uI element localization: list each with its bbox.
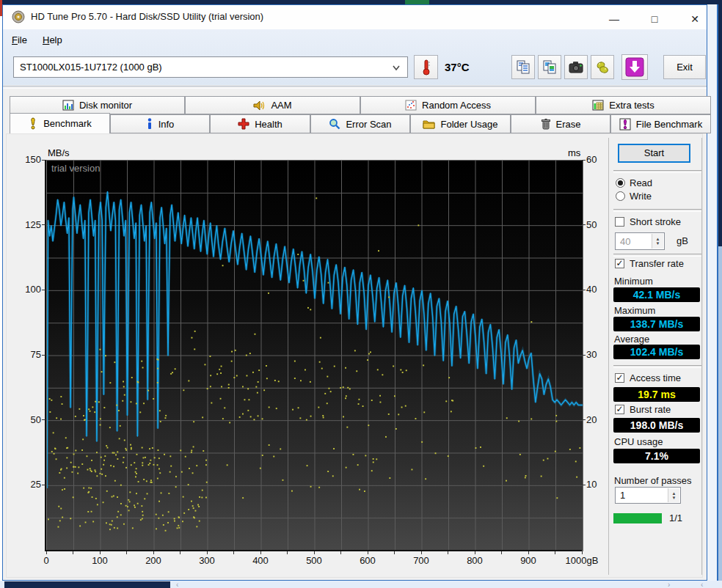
access-time-dot (343, 386, 344, 388)
tab-random-access[interactable]: Random Access (360, 96, 536, 114)
tab-folder-usage[interactable]: Folder Usage (410, 114, 511, 133)
access-time-dot (150, 460, 151, 461)
close-button[interactable]: ✕ (684, 11, 706, 27)
tab-extra-tests[interactable]: Extra tests (536, 96, 711, 114)
access-time-dot (181, 471, 183, 473)
copy-text-button[interactable] (511, 55, 535, 79)
short-stroke-spinner[interactable]: 40 ▲▼ (615, 232, 665, 250)
app-logo-icon (12, 10, 25, 26)
copy-image-button[interactable] (538, 55, 561, 79)
tab-aam[interactable]: AAM (185, 96, 360, 114)
access-time-dot (347, 387, 349, 389)
start-button[interactable]: Start (618, 144, 690, 163)
passes-spinner[interactable]: 1 ▲▼ (615, 487, 681, 504)
exit-label: Exit (677, 62, 693, 73)
download-arrow-icon (625, 57, 644, 77)
temperature-button[interactable] (414, 55, 438, 79)
access-time-dot (196, 526, 197, 527)
access-time-dot (359, 399, 360, 400)
x-tick (340, 551, 341, 554)
access-time-dot (318, 407, 319, 408)
tab-erase[interactable]: Erase (511, 114, 610, 133)
burst-rate-checkbox[interactable]: ✓ (615, 405, 624, 414)
short-stroke-checkbox[interactable] (615, 217, 624, 227)
spin-down-icon[interactable]: ▼ (672, 496, 677, 500)
access-time-dot (228, 384, 230, 386)
access-time-dot (306, 419, 307, 421)
access-time-dot (172, 372, 173, 373)
x-tick-label: 800 (454, 555, 495, 566)
tab-error-scan[interactable]: Error Scan (310, 114, 410, 133)
access-time-dot (109, 382, 111, 383)
tab-info[interactable]: Info (110, 114, 210, 133)
tab-health[interactable]: Health (210, 114, 310, 133)
y-left-tick-label: 75 (16, 349, 41, 360)
minimize-button[interactable]: — (603, 11, 625, 27)
tab-benchmark[interactable]: Benchmark (10, 113, 110, 133)
access-time-dot (140, 519, 142, 521)
x-tick (394, 551, 395, 554)
screenshot-button[interactable] (564, 55, 588, 79)
access-time-dot (92, 496, 93, 498)
disk-monitor-icon (62, 100, 74, 111)
write-radio[interactable] (616, 191, 625, 201)
access-time-dot (137, 503, 139, 504)
access-time-dot (174, 518, 175, 520)
save-results-button[interactable] (621, 54, 648, 80)
access-time-dot (262, 455, 263, 456)
x-tick (555, 551, 555, 554)
access-time-dot (303, 280, 305, 282)
spinner-arrows[interactable]: ▲▼ (652, 234, 663, 249)
access-time-dot (67, 447, 68, 449)
transfer-rate-checkbox[interactable]: ✓ (615, 259, 624, 268)
access-time-dot (371, 470, 373, 471)
access-time-dot (62, 489, 63, 490)
access-time-dot (324, 393, 326, 394)
tab-disk-monitor[interactable]: Disk monitor (10, 96, 185, 114)
access-time-dot (452, 400, 453, 402)
access-time-checkbox[interactable]: ✓ (615, 373, 624, 383)
access-time-dot (247, 375, 248, 377)
access-time-dot (123, 462, 124, 463)
x-tick-label: 400 (240, 555, 281, 566)
spin-down-icon[interactable]: ▼ (656, 241, 660, 246)
passes-label: Number of passes (614, 475, 692, 486)
access-time-dot (82, 438, 84, 440)
menu-file[interactable]: File (9, 33, 30, 48)
access-time-dot (117, 452, 118, 453)
tab-file-benchmark[interactable]: File Benchmark (610, 114, 711, 133)
access-time-dot (242, 497, 244, 499)
read-radio[interactable] (616, 178, 625, 188)
drive-select[interactable]: ST1000LX015-1U7172 (1000 gB) (13, 56, 408, 78)
access-time-dot (162, 515, 164, 516)
access-time-dot (142, 515, 144, 516)
access-time-dot (291, 490, 293, 492)
access-time-dot (104, 455, 106, 457)
access-time-dot (160, 421, 161, 422)
y-right-tick-label: 40 (586, 284, 608, 295)
access-time-dot (198, 506, 200, 507)
access-time-dot (79, 526, 81, 527)
access-time-dot (77, 473, 79, 474)
spinner-arrows[interactable]: ▲▼ (668, 488, 679, 502)
access-time-dot (239, 416, 241, 418)
access-time-dot (142, 447, 143, 449)
menu-help[interactable]: Help (40, 33, 65, 48)
access-time-dot (131, 401, 132, 403)
exit-button[interactable]: Exit (663, 55, 706, 79)
access-time-dot (310, 309, 311, 310)
access-time-dot (109, 523, 111, 525)
access-time-dot (252, 372, 254, 373)
access-time-dot (547, 458, 549, 460)
x-tick (421, 551, 422, 554)
access-time-dot (206, 482, 208, 483)
maximize-button[interactable]: □ (643, 11, 666, 27)
access-time-dot (398, 414, 399, 415)
options-button[interactable] (591, 55, 614, 79)
access-time-dot (73, 466, 75, 468)
tab-label: Health (255, 119, 282, 130)
access-time-dot (174, 521, 175, 522)
access-time-dot (128, 510, 130, 511)
x-tick-label: 500 (293, 555, 335, 566)
access-time-dot (330, 391, 332, 392)
